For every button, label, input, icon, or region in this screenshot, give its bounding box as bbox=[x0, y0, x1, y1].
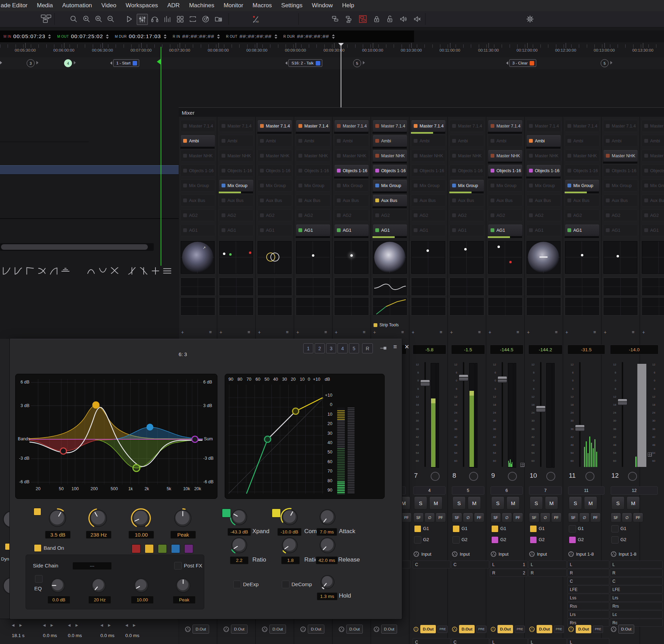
direct-out-button[interactable]: D.Out bbox=[459, 625, 475, 633]
insert-slot[interactable] bbox=[488, 277, 523, 296]
rack-slot-objects-1-16[interactable]: Objects 1-16 bbox=[565, 165, 600, 177]
ratio1-knob[interactable] bbox=[230, 536, 249, 555]
side-chain-value[interactable]: --- bbox=[72, 562, 112, 570]
rack-slot-objects-1-16[interactable]: Objects 1-16 bbox=[526, 165, 561, 177]
fade-tool-icon-10[interactable] bbox=[127, 266, 137, 276]
xpand-knob[interactable] bbox=[230, 508, 249, 527]
nudge-left-icon[interactable]: ◀ bbox=[68, 623, 72, 628]
output-assign-box[interactable]: 4 bbox=[413, 486, 446, 495]
fade-tool-icon-12[interactable] bbox=[150, 266, 161, 276]
layout-red-icon[interactable] bbox=[358, 15, 367, 24]
solo-button[interactable]: S bbox=[414, 496, 427, 510]
rack-slot-mix-group[interactable]: Mix Group bbox=[488, 179, 523, 192]
rack-slot-objects-1-16[interactable]: Objects 1-16 bbox=[373, 165, 407, 177]
lowcut-type-value[interactable]: Peak bbox=[173, 596, 196, 604]
menu-item-ade-editor[interactable]: ade Editor bbox=[1, 2, 28, 9]
routing-editor-icon[interactable] bbox=[40, 14, 55, 24]
rack-menu-button[interactable]: ≡ bbox=[478, 329, 484, 335]
rack-slot-mix-group[interactable]: Mix Group bbox=[257, 179, 292, 192]
rack-slot-master-7-1-4[interactable]: Master 7.1.4 bbox=[565, 120, 600, 132]
band-freq-knob[interactable] bbox=[88, 508, 109, 529]
menu-item-window[interactable]: Window bbox=[312, 2, 333, 9]
rack-slot-master-nhk[interactable]: Master NHK bbox=[565, 150, 600, 162]
rack-slot-ag1[interactable]: AG1 bbox=[180, 224, 215, 236]
pre-button[interactable]: PRE bbox=[438, 626, 448, 633]
rack-slot-master-nhk[interactable]: Master NHK bbox=[603, 150, 638, 162]
timecode-value-0[interactable]: 00:05:07:23 bbox=[13, 33, 45, 39]
group-2-checkbox[interactable] bbox=[491, 536, 499, 544]
rack-slot-mix-group[interactable]: Mix Group bbox=[641, 179, 664, 192]
routing-channel-box[interactable]: R2 bbox=[490, 569, 528, 577]
menu-item-video[interactable]: Video bbox=[101, 2, 116, 9]
rack-slot-aux-bus[interactable]: Aux Bus bbox=[373, 194, 407, 206]
timecode-spinner-4[interactable] bbox=[275, 34, 277, 39]
rack-slot-master-7-1-4[interactable]: Master 7.1.4 bbox=[411, 120, 446, 132]
rack-add-button[interactable]: + bbox=[488, 329, 493, 335]
record-arm-button[interactable] bbox=[508, 472, 517, 481]
region-marker[interactable]: 1 - Start bbox=[110, 59, 139, 67]
rack-slot-ag1[interactable]: AG1 bbox=[565, 224, 600, 236]
menu-item-macros[interactable]: Macros bbox=[253, 2, 272, 9]
nudge-right-icon[interactable]: ▶ bbox=[108, 623, 112, 628]
rack-add-button[interactable]: + bbox=[258, 329, 263, 335]
nudge-value[interactable]: 0.0 ms bbox=[125, 633, 150, 638]
close-icon[interactable]: ✕ bbox=[404, 343, 412, 352]
fade-tool-icon-9[interactable] bbox=[109, 266, 120, 276]
direct-out-button[interactable]: D.Out bbox=[308, 625, 324, 634]
rack-slot-aux-bus[interactable]: Aux Bus bbox=[641, 194, 664, 206]
marker-flag[interactable]: 3 - Clear bbox=[509, 59, 536, 67]
rack-slot-objects-1-16[interactable]: Objects 1-16 bbox=[334, 165, 369, 177]
band-type-value[interactable]: Peak bbox=[170, 531, 196, 539]
ratio2-value[interactable]: 1.8 bbox=[281, 556, 300, 564]
routing-channel-box[interactable]: Lc bbox=[610, 610, 663, 618]
xpand-value[interactable]: -43.3 dB bbox=[227, 528, 251, 536]
rack-slot-master-nhk[interactable]: Master NHK bbox=[411, 150, 446, 162]
rack-slot-mix-group[interactable]: Mix Group bbox=[180, 179, 215, 192]
band-select-checkbox[interactable] bbox=[34, 508, 41, 515]
rack-slot-master-7-1-4[interactable]: Master 7.1.4 bbox=[526, 120, 561, 132]
rack-slot-mix-group[interactable]: Mix Group bbox=[296, 179, 331, 192]
rack-slot-master-nhk[interactable]: Master NHK bbox=[526, 150, 561, 162]
rack-menu-button[interactable]: ≡ bbox=[209, 329, 215, 335]
record-arm-button[interactable] bbox=[469, 472, 478, 481]
pf-button[interactable]: PF bbox=[401, 513, 412, 522]
band-color-button-2[interactable] bbox=[145, 544, 154, 553]
lowcut-type-knob[interactable] bbox=[174, 576, 192, 594]
routing-channel-box[interactable]: C bbox=[413, 561, 450, 568]
phase-button[interactable]: ∅ bbox=[540, 513, 550, 522]
pan-display[interactable] bbox=[219, 241, 253, 274]
rack-slot-master-7-1-4[interactable]: Master 7.1.4 bbox=[219, 120, 254, 132]
direct-out-button[interactable]: D.Out bbox=[192, 625, 209, 634]
routing-channel-box[interactable]: LFE bbox=[567, 585, 609, 593]
lowcut-q-value[interactable]: 10.00 bbox=[131, 596, 154, 604]
rack-slot-ambi[interactable]: Ambi bbox=[449, 135, 484, 147]
insert-slot[interactable] bbox=[180, 297, 215, 316]
rack-slot-master-nhk[interactable]: Master NHK bbox=[373, 150, 407, 162]
rack-add-button[interactable]: + bbox=[296, 329, 301, 335]
rack-slot-aux-bus[interactable]: Aux Bus bbox=[565, 194, 600, 206]
band-color-button-5[interactable] bbox=[184, 544, 193, 553]
menu-item-automation[interactable]: Automation bbox=[62, 2, 92, 9]
lowcut-freq-knob[interactable] bbox=[90, 576, 108, 594]
pan-display[interactable] bbox=[642, 241, 664, 274]
routing-channel-box[interactable]: L bbox=[567, 561, 609, 568]
cycle-marker-5[interactable]: 5 bbox=[601, 59, 609, 67]
insert-slot[interactable] bbox=[641, 297, 664, 316]
speaker-icon[interactable] bbox=[399, 15, 408, 24]
rack-menu-button[interactable]: ≡ bbox=[555, 329, 560, 335]
unlock-icon[interactable] bbox=[385, 15, 394, 24]
comp-checkbox[interactable] bbox=[272, 509, 281, 518]
insert-slot[interactable] bbox=[603, 277, 638, 296]
rack-slot-ambi[interactable]: Ambi bbox=[526, 135, 561, 147]
routing-channel-box[interactable]: Lss bbox=[567, 594, 609, 602]
insert-slot[interactable] bbox=[411, 297, 446, 316]
rack-slot-ag1[interactable]: AG1 bbox=[603, 224, 638, 236]
layout-b-icon[interactable] bbox=[344, 15, 353, 24]
routing-channel-box[interactable]: Rss bbox=[567, 602, 609, 610]
pan-display[interactable] bbox=[527, 241, 560, 274]
strip-slot-button-3[interactable]: 3 bbox=[326, 343, 336, 353]
marker-lane[interactable]: 341 - StartS16: 2 - Talk53 - Clear5 bbox=[0, 57, 664, 70]
channel-level-value[interactable]: -14.0 bbox=[610, 345, 658, 354]
insert-slot[interactable] bbox=[488, 297, 523, 316]
grid-icon[interactable] bbox=[176, 15, 185, 24]
